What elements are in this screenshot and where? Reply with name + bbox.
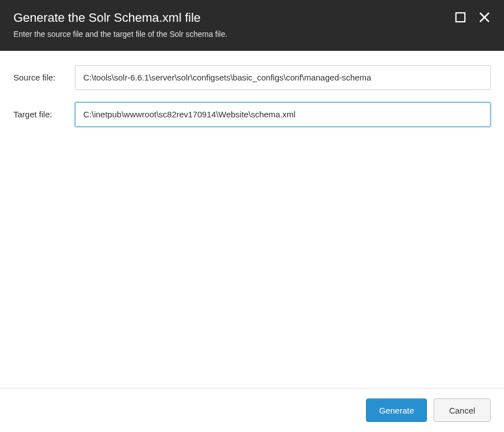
dialog-subtitle: Enter the source file and the target fil…: [13, 30, 455, 39]
cancel-button[interactable]: Cancel: [434, 398, 491, 422]
dialog-content: Source file: Target file:: [0, 51, 504, 388]
generate-button[interactable]: Generate: [366, 398, 427, 422]
source-file-label: Source file:: [13, 73, 75, 82]
svg-rect-0: [456, 13, 465, 22]
target-file-input[interactable]: [75, 102, 491, 127]
dialog-header: Generate the Solr Schema.xml file Enter …: [0, 0, 504, 51]
close-icon[interactable]: [478, 11, 491, 23]
window-controls: [455, 11, 491, 23]
dialog-footer: Generate Cancel: [0, 388, 504, 432]
target-file-row: Target file:: [13, 102, 491, 127]
dialog-title: Generate the Solr Schema.xml file: [13, 10, 455, 26]
target-file-label: Target file:: [13, 110, 75, 119]
maximize-icon[interactable]: [455, 12, 466, 23]
source-file-input[interactable]: [75, 65, 491, 90]
source-file-row: Source file:: [13, 65, 491, 90]
header-text-block: Generate the Solr Schema.xml file Enter …: [13, 10, 455, 39]
